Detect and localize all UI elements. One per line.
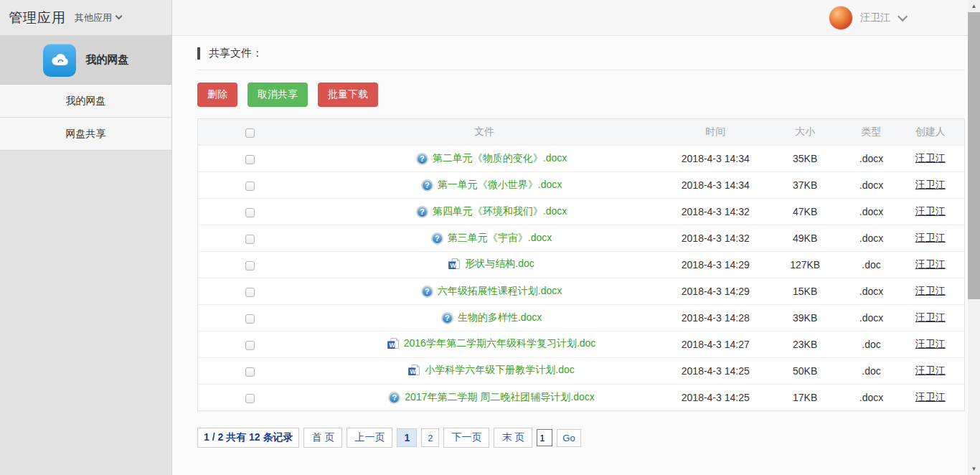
creator-link[interactable]: 汪卫江 <box>915 232 946 243</box>
column-header-creator: 创建人 <box>897 119 965 146</box>
row-checkbox[interactable] <box>245 341 255 350</box>
time-cell: 2018-4-3 14:32 <box>667 225 764 252</box>
unknown-file-icon: ? <box>421 286 433 298</box>
size-cell: 47KB <box>764 199 847 225</box>
cancel-share-button[interactable]: 取消共享 <box>248 83 308 107</box>
other-apps-menu[interactable]: 其他应用 <box>75 11 120 24</box>
scrollbar-thumb[interactable] <box>968 12 980 299</box>
row-checkbox[interactable] <box>245 182 255 191</box>
file-cell: ? W 生物的多样性.docx <box>301 305 667 331</box>
creator-cell: 汪卫江 <box>897 331 965 358</box>
file-name: 2017年第二学期 周二晚社团辅导计划.docx <box>405 391 595 404</box>
creator-link[interactable]: 汪卫江 <box>915 179 946 190</box>
size-cell: 127KB <box>764 252 847 278</box>
creator-link[interactable]: 汪卫江 <box>915 285 946 296</box>
creator-link[interactable]: 汪卫江 <box>915 338 946 349</box>
file-name: 2016学年第二学期六年级科学复习计划.doc <box>404 337 596 350</box>
file-link[interactable]: ? W 2016学年第二学期六年级科学复习计划.doc <box>387 337 596 350</box>
file-name: 形状与结构.doc <box>465 258 534 271</box>
chevron-down-icon <box>116 12 123 19</box>
table-row: ? W 六年级拓展性课程计划.docx 2018-4-3 14:29 15KB … <box>198 278 965 305</box>
row-select-cell <box>198 385 302 411</box>
creator-link[interactable]: 汪卫江 <box>915 258 946 270</box>
column-header-time: 时间 <box>667 119 764 146</box>
creator-link[interactable]: 汪卫江 <box>915 391 946 403</box>
sidebar-item-disk-share[interactable]: 网盘共享 <box>0 118 171 151</box>
first-page-button[interactable]: 首 页 <box>303 428 342 448</box>
row-checkbox[interactable] <box>245 208 255 217</box>
row-checkbox[interactable] <box>245 314 255 324</box>
file-link[interactable]: ? W 第三单元《宇宙》.docx <box>431 232 552 245</box>
sidebar-header: 管理应用 其他应用 <box>0 0 171 36</box>
creator-link[interactable]: 汪卫江 <box>915 365 946 376</box>
size-cell: 17KB <box>764 385 847 411</box>
creator-cell: 汪卫江 <box>897 199 965 225</box>
file-link[interactable]: ? W 第二单元《物质的变化》.docx <box>416 152 567 165</box>
size-cell: 50KB <box>764 358 847 385</box>
time-cell: 2018-4-3 14:32 <box>667 199 764 225</box>
time-cell: 2018-4-3 14:28 <box>667 305 764 331</box>
file-link[interactable]: ? W 生物的多样性.docx <box>441 311 542 324</box>
next-page-button[interactable]: 下一页 <box>443 428 489 448</box>
row-select-cell <box>198 172 302 199</box>
batch-download-button[interactable]: 批量下载 <box>318 83 378 107</box>
row-checkbox[interactable] <box>245 155 255 164</box>
row-checkbox[interactable] <box>245 367 255 377</box>
select-all-checkbox[interactable] <box>245 128 255 138</box>
sidebar-item-my-disk[interactable]: 我的网盘 <box>0 85 171 118</box>
table-row: ? W 形状与结构.doc 2018-4-3 14:29 127KB .doc … <box>198 252 965 278</box>
last-page-button[interactable]: 末 页 <box>494 428 532 448</box>
type-cell: .docx <box>847 172 897 199</box>
creator-link[interactable]: 汪卫江 <box>915 311 946 323</box>
row-checkbox[interactable] <box>245 394 255 403</box>
chevron-down-icon <box>897 11 908 22</box>
sidebar-item-label: 网盘共享 <box>66 128 106 141</box>
file-name: 第四单元《环境和我们》.docx <box>433 205 567 218</box>
file-link[interactable]: ? W 第一单元《微小世界》.docx <box>421 179 562 192</box>
unknown-file-icon: ? <box>441 312 453 324</box>
row-checkbox[interactable] <box>245 261 255 271</box>
file-link[interactable]: ? W 小学科学六年级下册教学计划.doc <box>408 364 574 377</box>
go-button[interactable]: Go <box>557 429 580 447</box>
scroll-up-arrow-icon[interactable]: ▲ <box>968 0 980 12</box>
row-select-cell <box>198 305 302 331</box>
creator-cell: 汪卫江 <box>897 385 965 411</box>
table-row: ? W 第四单元《环境和我们》.docx 2018-4-3 14:32 47KB… <box>198 199 965 225</box>
select-all-header <box>198 119 302 146</box>
page-jump-input[interactable] <box>537 429 552 446</box>
time-cell: 2018-4-3 14:29 <box>667 278 764 305</box>
scrollbar[interactable]: ▲ ▼ <box>968 0 980 475</box>
sidebar-active-app-label: 我的网盘 <box>86 53 129 67</box>
scroll-down-arrow-icon[interactable]: ▼ <box>968 463 980 475</box>
type-cell: .doc <box>847 252 897 278</box>
table-row: ? W 第一单元《微小世界》.docx 2018-4-3 14:34 37KB … <box>198 172 965 199</box>
creator-link[interactable]: 汪卫江 <box>915 205 946 217</box>
sidebar-active-app[interactable]: 我的网盘 <box>0 36 171 85</box>
user-menu[interactable]: 汪卫江 <box>829 0 905 36</box>
page-button-2[interactable]: 2 <box>421 428 439 447</box>
delete-button[interactable]: 删除 <box>197 83 237 107</box>
word-file-icon: W <box>448 258 461 270</box>
file-name: 第一单元《微小世界》.docx <box>438 179 562 192</box>
page-button-1[interactable]: 1 <box>397 428 417 447</box>
prev-page-button[interactable]: 上一页 <box>347 428 392 448</box>
file-link[interactable]: ? W 2017年第二学期 周二晚社团辅导计划.docx <box>388 391 595 404</box>
table-row: ? W 小学科学六年级下册教学计划.doc 2018-4-3 14:25 50K… <box>198 358 965 385</box>
file-link[interactable]: ? W 第四单元《环境和我们》.docx <box>416 205 567 218</box>
file-link[interactable]: ? W 六年级拓展性课程计划.docx <box>421 285 562 298</box>
topbar: 汪卫江 <box>172 0 968 36</box>
creator-link[interactable]: 汪卫江 <box>915 152 946 164</box>
creator-cell: 汪卫江 <box>897 172 965 199</box>
user-avatar <box>829 6 853 30</box>
row-checkbox[interactable] <box>245 288 255 297</box>
pagination: 1 / 2 共有 12 条记录 首 页 上一页 12 下一页 末 页 Go <box>197 428 965 448</box>
creator-cell: 汪卫江 <box>897 278 965 305</box>
unknown-file-icon: ? <box>431 232 443 245</box>
pagination-summary: 1 / 2 共有 12 条记录 <box>197 428 299 448</box>
file-link[interactable]: ? W 形状与结构.doc <box>448 258 534 271</box>
unknown-file-icon: ? <box>388 392 400 404</box>
page-number-buttons: 12 <box>397 428 439 447</box>
type-cell: .docx <box>847 305 897 331</box>
row-checkbox[interactable] <box>245 235 255 244</box>
creator-cell: 汪卫江 <box>897 225 965 252</box>
